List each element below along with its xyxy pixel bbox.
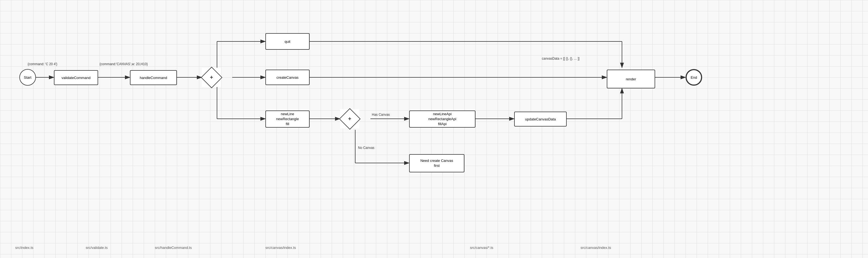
- lane-label-4: src/canvas/*.ts: [470, 246, 493, 250]
- create-canvas-node: createCanvas: [266, 70, 310, 85]
- lane-label-1: src/validate.ts: [86, 246, 107, 250]
- quit-label: quit: [285, 39, 290, 44]
- lane-label-2: src/handleCommand.ts: [155, 246, 192, 250]
- gateway1-label: +: [210, 74, 213, 80]
- command2-label: {command:'CANVAS',w: 20,H10}: [99, 62, 148, 66]
- new-line-api-node: newLineApi newRectangleApi fillApi: [409, 110, 475, 128]
- need-create-canvas-label: Need create Canvas first: [421, 158, 453, 168]
- gateway2-node: +: [340, 109, 359, 128]
- need-create-canvas-node: Need create Canvas first: [409, 154, 464, 172]
- no-canvas-label: No Canvas: [358, 146, 374, 150]
- handle-command-label: handleCommand: [140, 76, 167, 80]
- command1-label: {command: 'C 20 4'}: [28, 62, 57, 66]
- update-canvas-data-node: updateCanvasData: [514, 111, 567, 127]
- lane-label-0: src/index.ts: [15, 246, 33, 250]
- end-label: End: [690, 75, 697, 79]
- has-canvas-label: Has Canvas: [372, 113, 390, 117]
- start-label: Start: [24, 75, 31, 79]
- canvas-data-label: canvasData = [[ {}, {}, ... ]]: [542, 57, 580, 61]
- quit-node: quit: [266, 33, 310, 50]
- new-line-fill-label: newLine newRectangle fill: [276, 111, 299, 127]
- gateway1-node: +: [202, 68, 221, 87]
- end-node: End: [686, 69, 702, 86]
- diagram-canvas: Start {command: 'C 20 4'} validateComman…: [0, 0, 868, 258]
- validate-command-node: validateCommand: [54, 70, 98, 85]
- new-line-fill-node: newLine newRectangle fill: [266, 110, 310, 128]
- validate-command-label: validateCommand: [62, 76, 91, 80]
- start-node: Start: [19, 69, 36, 86]
- lane-label-3: src/canvas/index.ts: [266, 246, 296, 250]
- update-canvas-data-label: updateCanvasData: [525, 117, 556, 121]
- gateway2-label: +: [348, 116, 351, 122]
- handle-command-node: handleCommand: [130, 70, 177, 85]
- render-label: render: [626, 77, 637, 81]
- new-line-api-label: newLineApi newRectangleApi fillApi: [428, 111, 456, 127]
- create-canvas-label: createCanvas: [276, 75, 299, 79]
- render-node: render: [607, 70, 655, 88]
- lane-label-5: src/canvas/index.ts: [581, 246, 611, 250]
- arrows-svg: [0, 0, 868, 258]
